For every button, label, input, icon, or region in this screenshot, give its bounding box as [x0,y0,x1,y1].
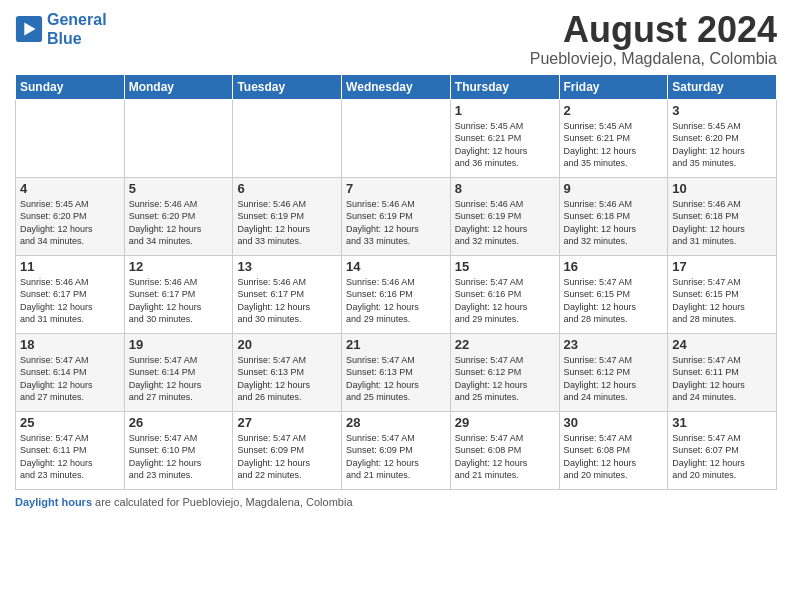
day-info: Sunrise: 5:47 AM Sunset: 6:09 PM Dayligh… [237,432,337,482]
day-number: 19 [129,337,229,352]
day-number: 28 [346,415,446,430]
day-info: Sunrise: 5:47 AM Sunset: 6:12 PM Dayligh… [455,354,555,404]
col-header-monday: Monday [124,74,233,99]
day-info: Sunrise: 5:47 AM Sunset: 6:08 PM Dayligh… [564,432,664,482]
day-number: 4 [20,181,120,196]
day-info: Sunrise: 5:46 AM Sunset: 6:20 PM Dayligh… [129,198,229,248]
day-info: Sunrise: 5:46 AM Sunset: 6:17 PM Dayligh… [237,276,337,326]
day-info: Sunrise: 5:46 AM Sunset: 6:16 PM Dayligh… [346,276,446,326]
day-info: Sunrise: 5:45 AM Sunset: 6:20 PM Dayligh… [20,198,120,248]
day-number: 31 [672,415,772,430]
calendar-cell: 14Sunrise: 5:46 AM Sunset: 6:16 PM Dayli… [342,255,451,333]
calendar-cell: 28Sunrise: 5:47 AM Sunset: 6:09 PM Dayli… [342,411,451,489]
day-number: 5 [129,181,229,196]
day-info: Sunrise: 5:47 AM Sunset: 6:16 PM Dayligh… [455,276,555,326]
day-info: Sunrise: 5:47 AM Sunset: 6:14 PM Dayligh… [129,354,229,404]
day-number: 27 [237,415,337,430]
calendar-cell: 20Sunrise: 5:47 AM Sunset: 6:13 PM Dayli… [233,333,342,411]
col-header-saturday: Saturday [668,74,777,99]
main-title: August 2024 [530,10,777,50]
calendar-cell: 21Sunrise: 5:47 AM Sunset: 6:13 PM Dayli… [342,333,451,411]
calendar-cell: 16Sunrise: 5:47 AM Sunset: 6:15 PM Dayli… [559,255,668,333]
logo-icon [15,15,43,43]
day-info: Sunrise: 5:47 AM Sunset: 6:11 PM Dayligh… [20,432,120,482]
col-header-wednesday: Wednesday [342,74,451,99]
page: General Blue August 2024 Puebloviejo, Ma… [0,0,792,518]
day-number: 13 [237,259,337,274]
col-header-friday: Friday [559,74,668,99]
calendar-cell: 6Sunrise: 5:46 AM Sunset: 6:19 PM Daylig… [233,177,342,255]
day-info: Sunrise: 5:47 AM Sunset: 6:12 PM Dayligh… [564,354,664,404]
col-header-thursday: Thursday [450,74,559,99]
day-info: Sunrise: 5:47 AM Sunset: 6:08 PM Dayligh… [455,432,555,482]
week-row-5: 25Sunrise: 5:47 AM Sunset: 6:11 PM Dayli… [16,411,777,489]
title-block: August 2024 Puebloviejo, Magdalena, Colo… [530,10,777,68]
calendar-cell: 9Sunrise: 5:46 AM Sunset: 6:18 PM Daylig… [559,177,668,255]
day-number: 14 [346,259,446,274]
calendar-cell: 4Sunrise: 5:45 AM Sunset: 6:20 PM Daylig… [16,177,125,255]
day-number: 12 [129,259,229,274]
week-row-3: 11Sunrise: 5:46 AM Sunset: 6:17 PM Dayli… [16,255,777,333]
calendar-cell: 1Sunrise: 5:45 AM Sunset: 6:21 PM Daylig… [450,99,559,177]
day-number: 30 [564,415,664,430]
day-info: Sunrise: 5:47 AM Sunset: 6:11 PM Dayligh… [672,354,772,404]
footer-description: are calculated for Puebloviejo, Magdalen… [92,496,353,508]
day-info: Sunrise: 5:46 AM Sunset: 6:18 PM Dayligh… [672,198,772,248]
calendar-cell: 7Sunrise: 5:46 AM Sunset: 6:19 PM Daylig… [342,177,451,255]
week-row-4: 18Sunrise: 5:47 AM Sunset: 6:14 PM Dayli… [16,333,777,411]
day-number: 1 [455,103,555,118]
day-info: Sunrise: 5:45 AM Sunset: 6:21 PM Dayligh… [564,120,664,170]
calendar-cell: 13Sunrise: 5:46 AM Sunset: 6:17 PM Dayli… [233,255,342,333]
week-row-2: 4Sunrise: 5:45 AM Sunset: 6:20 PM Daylig… [16,177,777,255]
day-info: Sunrise: 5:47 AM Sunset: 6:10 PM Dayligh… [129,432,229,482]
calendar-cell: 25Sunrise: 5:47 AM Sunset: 6:11 PM Dayli… [16,411,125,489]
calendar-cell: 18Sunrise: 5:47 AM Sunset: 6:14 PM Dayli… [16,333,125,411]
day-number: 11 [20,259,120,274]
day-info: Sunrise: 5:46 AM Sunset: 6:18 PM Dayligh… [564,198,664,248]
calendar-cell [16,99,125,177]
day-info: Sunrise: 5:47 AM Sunset: 6:15 PM Dayligh… [564,276,664,326]
day-number: 25 [20,415,120,430]
day-info: Sunrise: 5:47 AM Sunset: 6:14 PM Dayligh… [20,354,120,404]
calendar-cell: 22Sunrise: 5:47 AM Sunset: 6:12 PM Dayli… [450,333,559,411]
header-row: SundayMondayTuesdayWednesdayThursdayFrid… [16,74,777,99]
day-info: Sunrise: 5:46 AM Sunset: 6:19 PM Dayligh… [455,198,555,248]
day-number: 17 [672,259,772,274]
calendar-cell: 19Sunrise: 5:47 AM Sunset: 6:14 PM Dayli… [124,333,233,411]
day-number: 16 [564,259,664,274]
day-number: 8 [455,181,555,196]
logo-line1: General [47,11,107,28]
calendar-table: SundayMondayTuesdayWednesdayThursdayFrid… [15,74,777,490]
day-info: Sunrise: 5:46 AM Sunset: 6:19 PM Dayligh… [237,198,337,248]
day-number: 20 [237,337,337,352]
day-info: Sunrise: 5:47 AM Sunset: 6:15 PM Dayligh… [672,276,772,326]
logo-text: General Blue [47,10,107,48]
logo: General Blue [15,10,107,48]
subtitle: Puebloviejo, Magdalena, Colombia [530,50,777,68]
calendar-cell: 2Sunrise: 5:45 AM Sunset: 6:21 PM Daylig… [559,99,668,177]
day-number: 21 [346,337,446,352]
calendar-cell [342,99,451,177]
day-info: Sunrise: 5:46 AM Sunset: 6:17 PM Dayligh… [20,276,120,326]
col-header-sunday: Sunday [16,74,125,99]
day-info: Sunrise: 5:47 AM Sunset: 6:13 PM Dayligh… [237,354,337,404]
day-number: 24 [672,337,772,352]
calendar-cell: 10Sunrise: 5:46 AM Sunset: 6:18 PM Dayli… [668,177,777,255]
calendar-cell: 29Sunrise: 5:47 AM Sunset: 6:08 PM Dayli… [450,411,559,489]
day-number: 7 [346,181,446,196]
day-info: Sunrise: 5:45 AM Sunset: 6:21 PM Dayligh… [455,120,555,170]
calendar-cell: 5Sunrise: 5:46 AM Sunset: 6:20 PM Daylig… [124,177,233,255]
footer-label: Daylight hours [15,496,92,508]
footer: Daylight hours are calculated for Pueblo… [15,496,777,508]
day-info: Sunrise: 5:47 AM Sunset: 6:13 PM Dayligh… [346,354,446,404]
day-info: Sunrise: 5:45 AM Sunset: 6:20 PM Dayligh… [672,120,772,170]
calendar-cell: 27Sunrise: 5:47 AM Sunset: 6:09 PM Dayli… [233,411,342,489]
logo-line2: Blue [47,29,107,48]
calendar-cell: 31Sunrise: 5:47 AM Sunset: 6:07 PM Dayli… [668,411,777,489]
day-number: 2 [564,103,664,118]
calendar-cell: 17Sunrise: 5:47 AM Sunset: 6:15 PM Dayli… [668,255,777,333]
calendar-cell: 26Sunrise: 5:47 AM Sunset: 6:10 PM Dayli… [124,411,233,489]
day-number: 26 [129,415,229,430]
day-info: Sunrise: 5:47 AM Sunset: 6:07 PM Dayligh… [672,432,772,482]
calendar-cell: 30Sunrise: 5:47 AM Sunset: 6:08 PM Dayli… [559,411,668,489]
